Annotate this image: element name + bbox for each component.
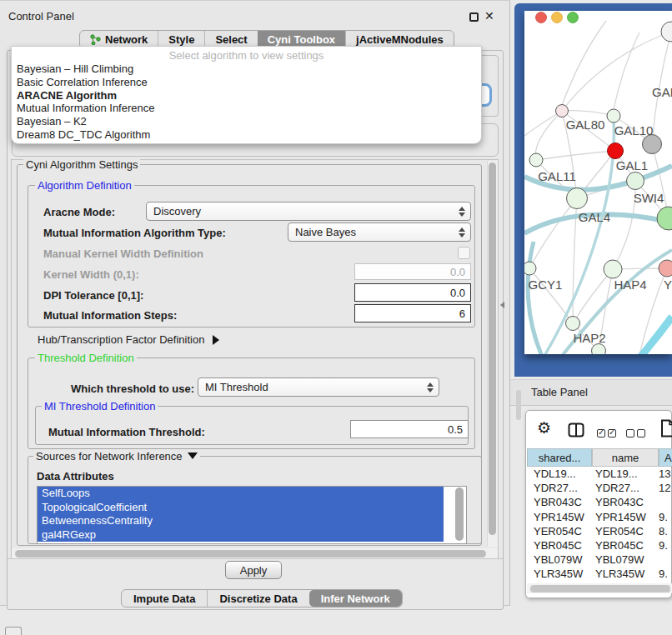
network-teal-edges — [524, 122, 672, 354]
aracne-mode-select[interactable]: Discovery — [146, 202, 471, 221]
attribute-item-selected[interactable]: BetweennessCentrality — [38, 514, 444, 528]
cyni-algorithm-settings-title: Cyni Algorithm Settings — [23, 159, 140, 170]
column-header-partial[interactable]: A — [659, 448, 672, 467]
label-hap2: HAP2 — [573, 331, 605, 345]
label-gal11: GAL11 — [538, 169, 576, 183]
settings-vertical-scrollbar-thumb[interactable] — [489, 162, 496, 535]
node-gal80[interactable] — [556, 105, 569, 118]
screen: Control Panel ✕ Network Style Select Cyn… — [0, 0, 672, 635]
mi-algorithm-type-value: Naive Bayes — [295, 226, 356, 238]
tab-infer-network[interactable]: Infer Network — [309, 590, 402, 607]
node-hap4[interactable] — [604, 260, 622, 278]
dpi-tolerance-field[interactable]: 0.0 — [354, 283, 471, 302]
node-partial-bottom[interactable] — [592, 344, 606, 355]
table-row[interactable]: YER054CYER054C8. — [527, 524, 672, 538]
mi-threshold-field[interactable]: 0.5 — [350, 420, 469, 438]
close-window-icon[interactable] — [536, 12, 547, 23]
node-gal10[interactable] — [607, 109, 620, 122]
panel-resize-arrow-icon[interactable] — [500, 302, 504, 308]
minimize-window-icon[interactable] — [552, 12, 563, 23]
float-panel-icon[interactable] — [469, 12, 479, 22]
table-row[interactable]: YDL19...YDL19...13 — [527, 467, 672, 481]
label-gal-partial: GAL — [652, 85, 672, 99]
mi-algorithm-type-label: Mutual Information Algorithm Type: — [43, 227, 226, 239]
column-header-name[interactable]: name — [592, 448, 659, 467]
algorithm-placeholder: Select algorithm to view settings — [12, 47, 481, 62]
algorithm-option[interactable]: Dream8 DC_TDC Algorithm — [12, 128, 481, 142]
table-row[interactable]: YDR27...YDR27...12 — [527, 481, 672, 495]
attribute-item-selected[interactable]: SelfLoops — [38, 487, 444, 501]
mi-threshold-label: Mutual Information Threshold: — [48, 426, 205, 438]
network-tab-icon — [90, 34, 101, 45]
select-all-icon[interactable] — [597, 426, 619, 441]
which-threshold-value: MI Threshold — [205, 381, 268, 393]
stepper-icon — [427, 382, 439, 392]
threshold-definition-title: Threshold Definition — [35, 352, 137, 363]
apply-button[interactable]: Apply — [225, 561, 282, 579]
table-horizontal-scrollbar-thumb[interactable] — [530, 585, 670, 592]
kernel-width-field[interactable]: 0.0 — [354, 263, 471, 280]
data-attributes-label: Data Attributes — [37, 470, 114, 482]
label-y-partial: Y — [664, 278, 672, 292]
data-attributes-list[interactable]: SelfLoops TopologicalCoefficient Between… — [37, 486, 467, 544]
manual-kernel-width-checkbox[interactable] — [458, 247, 470, 259]
table-panel-title: Table Panel — [531, 386, 588, 398]
deselect-all-icon[interactable] — [626, 426, 648, 441]
algorithm-option-selected[interactable]: ARACNE Algorithm — [12, 89, 481, 102]
control-panel-title: Control Panel — [8, 10, 74, 22]
node-partial-right-green[interactable] — [657, 207, 672, 230]
network-canvas[interactable]: GAL80 GAL10 GAL GAL1 GAL11 SWI4 GAL4 GCY… — [524, 11, 672, 354]
zoom-window-icon[interactable] — [568, 12, 579, 23]
label-gal10: GAL10 — [614, 123, 654, 138]
label-gcy1: GCY1 — [529, 278, 563, 292]
table-row[interactable]: YPR145WYPR145W9. — [527, 510, 672, 524]
document-icon[interactable] — [660, 419, 672, 441]
network-view-window[interactable]: GAL80 GAL10 GAL GAL1 GAL11 SWI4 GAL4 GCY… — [524, 11, 672, 354]
table-row[interactable]: YBL079WYBL079W — [527, 552, 672, 567]
mi-steps-label: Mutual Information Steps: — [43, 309, 177, 322]
split-columns-icon[interactable] — [568, 422, 584, 442]
algorithm-option[interactable]: Basic Correlation Inference — [12, 76, 481, 89]
collapsed-arrow-icon — [213, 335, 219, 345]
aracne-mode-label: Aracne Mode: — [43, 206, 115, 218]
tab-impute-data[interactable]: Impute Data — [122, 590, 207, 607]
algorithm-option[interactable]: Bayesian – K2 — [12, 115, 481, 128]
column-header-shared-name[interactable]: shared... — [527, 448, 592, 467]
minimized-window-icon[interactable] — [5, 627, 22, 635]
which-threshold-label: Which threshold to use: — [71, 382, 194, 395]
stepper-icon — [459, 228, 470, 238]
node-gal11[interactable] — [529, 153, 543, 167]
gear-icon[interactable]: ⚙ — [537, 420, 551, 436]
algorithm-option[interactable]: Bayesian – Hill Climbing — [12, 62, 481, 76]
close-panel-icon[interactable]: ✕ — [484, 9, 494, 22]
kernel-width-label: Kernel Width (0,1): — [43, 268, 139, 281]
which-threshold-select[interactable]: MI Threshold — [198, 378, 439, 397]
node-partial-salmon[interactable] — [659, 260, 672, 277]
table-row[interactable]: YLR345WYLR345W9. — [527, 567, 672, 581]
mi-algorithm-type-select[interactable]: Naive Bayes — [288, 222, 471, 242]
node-swi4[interactable] — [627, 172, 644, 190]
algorithm-dropdown-popup: Select algorithm to view settings Bayesi… — [11, 46, 482, 144]
attribute-item-selected[interactable]: TopologicalCoefficient — [38, 501, 444, 515]
node-gal1-red[interactable] — [608, 143, 624, 159]
node-gcy1[interactable] — [524, 262, 536, 275]
attributes-list-scrollbar-thumb[interactable] — [455, 488, 464, 541]
table-row[interactable]: YBR045CYBR045C9. — [527, 538, 672, 552]
side-scrollbar-thumb[interactable] — [516, 390, 521, 420]
node-table-body: YDL19...YDL19...13 YDR27...YDR27...12 YB… — [527, 467, 672, 583]
tab-discretize-data[interactable]: Discretize Data — [207, 590, 308, 607]
node-gal4[interactable] — [567, 188, 588, 209]
hub-tf-definition-toggle[interactable]: Hub/Transcription Factor Definition — [38, 333, 219, 346]
table-row[interactable]: YBR043CYBR043C — [527, 495, 672, 509]
manual-kernel-width-label: Manual Kernel Width Definition — [43, 248, 203, 260]
mi-threshold-definition-title: MI Threshold Definition — [42, 401, 158, 412]
mi-steps-field[interactable]: 6 — [354, 304, 471, 322]
settings-horizontal-scrollbar-thumb[interactable] — [15, 550, 486, 558]
label-gal4: GAL4 — [579, 210, 610, 224]
dpi-tolerance-label: DPI Tolerance [0,1]: — [43, 289, 143, 302]
algorithm-option[interactable]: Mutual Information Inference — [12, 102, 481, 115]
node-partial-top[interactable] — [661, 22, 672, 42]
sources-title[interactable]: Sources for Network Inference — [33, 451, 200, 462]
node-hap2[interactable] — [566, 317, 580, 331]
attribute-item-selected[interactable]: gal4RGexp — [38, 528, 444, 542]
